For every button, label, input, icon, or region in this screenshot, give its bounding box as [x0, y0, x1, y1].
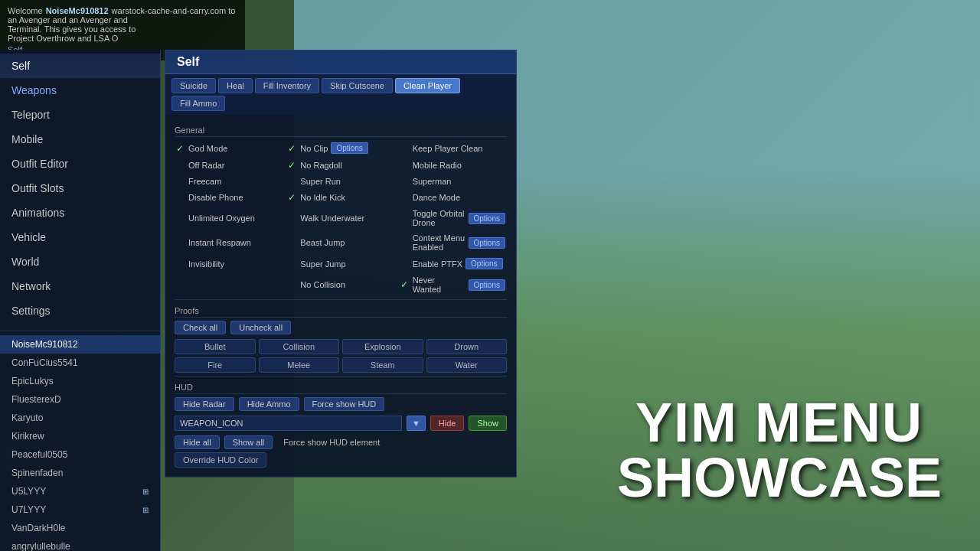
- notif-line2b: an Avenger and: [69, 15, 128, 24]
- player-item[interactable]: Karyuto: [0, 409, 160, 427]
- player-item[interactable]: U5LYYY ⊞: [0, 482, 160, 500]
- proof-collision[interactable]: Collision: [259, 339, 340, 354]
- hide-ammo-button[interactable]: Hide Ammo: [239, 397, 299, 411]
- hide-radar-button[interactable]: Hide Radar: [175, 397, 234, 411]
- option-off-radar[interactable]: Off Radar: [175, 158, 283, 173]
- show-all-button[interactable]: Show all: [224, 435, 273, 449]
- option-walk-underwater[interactable]: Walk Underwater: [286, 207, 394, 230]
- option-keep-player-clean[interactable]: Keep Player Clean: [399, 140, 507, 156]
- option-no-collision[interactable]: No Collision: [286, 273, 394, 296]
- uncheck-all-button[interactable]: Uncheck all: [230, 321, 291, 334]
- override-hud-color-button[interactable]: Override HUD Color: [175, 452, 266, 468]
- sidebar-item-mobile[interactable]: Mobile: [0, 127, 160, 152]
- player-icon: ⊞: [142, 506, 149, 514]
- panel-tabs: Suicide Heal Fill Inventory Skip Cutscen…: [165, 74, 516, 115]
- option-mobile-radio[interactable]: Mobile Radio: [399, 158, 507, 173]
- player-item[interactable]: Kirikrew: [0, 427, 160, 445]
- option-toggle-orbital-drone[interactable]: Toggle Orbital Drone Options: [399, 207, 507, 230]
- sidebar-item-outfit-slots[interactable]: Outfit Slots: [0, 176, 160, 201]
- option-no-ragdoll[interactable]: ✓ No Ragdoll: [286, 158, 394, 173]
- notif-line4: Project Overthrow and LSA O: [8, 34, 237, 43]
- sidebar-item-weapons[interactable]: Weapons: [0, 78, 160, 103]
- checkmark-god-mode: ✓: [176, 143, 185, 154]
- player-item[interactable]: Spinenfaden: [0, 464, 160, 482]
- sidebar-item-world[interactable]: World: [0, 249, 160, 274]
- tab-fill-inventory[interactable]: Fill Inventory: [255, 78, 319, 93]
- checkmark-no-idle-kick: ✓: [288, 192, 297, 203]
- ptfx-options-button[interactable]: Options: [466, 258, 502, 269]
- option-super-run[interactable]: Super Run: [286, 174, 394, 188]
- proof-bullet[interactable]: Bullet: [175, 339, 256, 354]
- tab-heal[interactable]: Heal: [218, 78, 253, 93]
- main-panel: Self Suicide Heal Fill Inventory Skip Cu…: [165, 50, 517, 478]
- panel-title: Self: [177, 55, 199, 68]
- option-super-jump[interactable]: Super Jump: [286, 256, 394, 272]
- panel-divider: [175, 299, 507, 300]
- sidebar-item-teleport[interactable]: Teleport: [0, 103, 160, 127]
- proof-fire[interactable]: Fire: [175, 357, 256, 373]
- context-menu-options-button[interactable]: Options: [469, 237, 505, 249]
- notif-line2: an Avenger and an Avenger and: [8, 15, 237, 24]
- sidebar-item-outfit-editor[interactable]: Outfit Editor: [0, 152, 160, 176]
- proof-explosion[interactable]: Explosion: [342, 339, 423, 354]
- proof-drown[interactable]: Drown: [426, 339, 508, 354]
- option-label: Beast Jump: [300, 238, 345, 247]
- sidebar-item-animations[interactable]: Animations: [0, 201, 160, 225]
- sidebar-nav: Self Weapons Teleport Mobile Outfit Edit…: [0, 50, 160, 327]
- option-label: Walk Underwater: [300, 214, 364, 223]
- hud-section-title: HUD: [175, 383, 507, 394]
- showcase-showcase-text: SHOWCASE: [617, 450, 942, 505]
- options-grid: ✓ God Mode ✓ No Clip Options Keep Player…: [175, 140, 507, 296]
- weapon-icon-dropdown-button[interactable]: ▼: [407, 416, 426, 431]
- option-invisibility[interactable]: Invisibility: [175, 256, 283, 272]
- player-item[interactable]: EpicLukys: [0, 372, 160, 390]
- player-item[interactable]: angrylullebulle: [0, 537, 160, 551]
- option-no-clip[interactable]: ✓ No Clip Options: [286, 140, 394, 156]
- player-item[interactable]: FluesterexD: [0, 390, 160, 409]
- never-wanted-options-button[interactable]: Options: [469, 279, 505, 291]
- sidebar-item-self[interactable]: Self: [0, 54, 160, 78]
- option-freecam[interactable]: Freecam: [175, 174, 283, 188]
- option-beast-jump[interactable]: Beast Jump: [286, 231, 394, 254]
- option-enable-ptfx[interactable]: Enable PTFX Options: [399, 256, 507, 272]
- player-name: EpicLukys: [11, 376, 54, 386]
- option-unlimited-oxygen[interactable]: Unlimited Oxygen: [175, 207, 283, 230]
- orbital-drone-options-button[interactable]: Options: [469, 213, 505, 224]
- player-item[interactable]: Peaceful0505: [0, 445, 160, 464]
- option-disable-phone[interactable]: Disable Phone: [175, 190, 283, 205]
- no-clip-options-button[interactable]: Options: [331, 142, 368, 154]
- proof-melee[interactable]: Melee: [259, 357, 340, 373]
- check-all-button[interactable]: Check all: [175, 321, 226, 334]
- option-label: Super Run: [300, 177, 341, 186]
- option-dance-mode[interactable]: Dance Mode: [399, 190, 507, 205]
- force-show-hud-button[interactable]: Force show HUD: [304, 397, 385, 411]
- hud-show-button[interactable]: Show: [469, 416, 507, 431]
- player-name: Kirikrew: [11, 431, 44, 442]
- player-item[interactable]: ConFuCius5541: [0, 354, 160, 372]
- option-never-wanted[interactable]: ✓ Never Wanted Options: [399, 273, 507, 296]
- proofs-section: Proofs Check all Uncheck all Bullet Coll…: [175, 306, 507, 373]
- sidebar-item-settings[interactable]: Settings: [0, 298, 160, 323]
- hide-all-button[interactable]: Hide all: [175, 435, 220, 449]
- sidebar-item-vehicle[interactable]: Vehicle: [0, 225, 160, 249]
- hud-hide-button[interactable]: Hide: [430, 416, 465, 431]
- tab-fill-ammo[interactable]: Fill Ammo: [172, 96, 225, 111]
- option-label: No Ragdoll: [300, 161, 341, 170]
- option-god-mode[interactable]: ✓ God Mode: [175, 140, 283, 156]
- player-item[interactable]: U7LYYY ⊞: [0, 500, 160, 519]
- proof-water[interactable]: Water: [426, 357, 508, 373]
- hud-section: HUD Hide Radar Hide Ammo Force show HUD …: [175, 383, 507, 468]
- sidebar-item-network[interactable]: Network: [0, 274, 160, 298]
- player-item[interactable]: NoiseMc910812: [0, 335, 160, 354]
- player-name: U7LYYY: [11, 504, 46, 515]
- option-instant-respawn[interactable]: Instant Respawn: [175, 231, 283, 254]
- hud-buttons: Hide Radar Hide Ammo Force show HUD: [175, 397, 507, 411]
- option-no-idle-kick[interactable]: ✓ No Idle Kick: [286, 190, 394, 205]
- tab-skip-cutscene[interactable]: Skip Cutscene: [322, 78, 393, 93]
- player-item[interactable]: VanDarkH0le: [0, 519, 160, 537]
- proof-steam[interactable]: Steam: [342, 357, 423, 373]
- option-superman[interactable]: Superman: [399, 174, 507, 188]
- option-context-menu-enabled[interactable]: Context Menu Enabled Options: [399, 231, 507, 254]
- tab-suicide[interactable]: Suicide: [172, 78, 216, 93]
- tab-clean-player[interactable]: Clean Player: [395, 78, 460, 93]
